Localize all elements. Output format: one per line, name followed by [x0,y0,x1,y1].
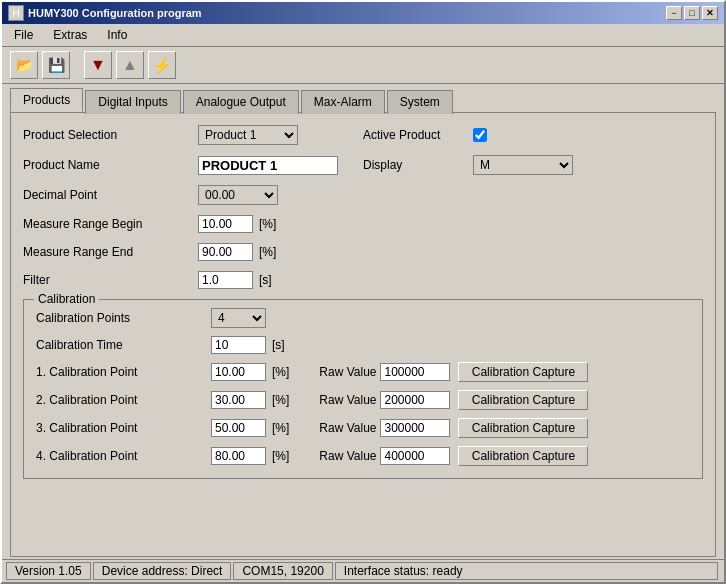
active-product-label: Active Product [363,128,473,142]
calib-point-1-input[interactable] [211,363,266,381]
active-product-checkbox[interactable] [473,128,487,142]
display-right: Display M % V [363,155,703,175]
content-area: Product Selection Product 1 Product 2 Pr… [10,112,716,557]
tab-products[interactable]: Products [10,88,83,112]
calibration-group-title: Calibration [34,292,99,306]
title-bar: H HUMY300 Configuration program − □ ✕ [2,2,724,24]
menu-file[interactable]: File [6,26,41,44]
zigzag-icon: ⚡ [152,56,172,75]
main-window: H HUMY300 Configuration program − □ ✕ Fi… [0,0,726,584]
upload-button[interactable]: ▲ [116,51,144,79]
minimize-button[interactable]: − [666,6,682,20]
decimal-point-row: Decimal Point 00.00 0.000 0000. [23,185,703,205]
calibration-time-unit: [s] [272,338,285,352]
decimal-point-label: Decimal Point [23,188,198,202]
decimal-point-dropdown[interactable]: 00.00 0.000 0000. [198,185,278,205]
calib-point-2-unit: [%] [272,393,289,407]
product-name-row: Product Name Display M % V [23,155,703,175]
window-title: HUMY300 Configuration program [28,7,666,19]
arrow-down-icon: ▼ [90,56,106,74]
download-button[interactable]: ▼ [84,51,112,79]
measure-range-begin-row: Measure Range Begin [%] [23,215,703,233]
calib-point-row-4: 4. Calibration Point [%] Raw Value Calib… [36,446,690,466]
calib-capture-1-button[interactable]: Calibration Capture [458,362,588,382]
calib-point-3-unit: [%] [272,421,289,435]
calib-point-3-label: 3. Calibration Point [36,421,211,435]
filter-row: Filter [s] [23,271,703,289]
calibration-points-row: Calibration Points 1 2 3 4 [36,308,690,328]
display-label: Display [363,158,473,172]
calib-point-4-input[interactable] [211,447,266,465]
raw-value-2-label: Raw Value [319,393,376,407]
product-selection-label: Product Selection [23,128,198,142]
close-button[interactable]: ✕ [702,6,718,20]
raw-value-1-input[interactable] [380,363,450,381]
raw-value-1-label: Raw Value [319,365,376,379]
open-button[interactable]: 📂 [10,51,38,79]
calib-point-1-unit: [%] [272,365,289,379]
connect-button[interactable]: ⚡ [148,51,176,79]
calib-point-2-input[interactable] [211,391,266,409]
calibration-points-label: Calibration Points [36,311,211,325]
status-version: Version 1.05 [6,562,91,580]
menu-info[interactable]: Info [99,26,135,44]
tab-system[interactable]: System [387,90,453,114]
calib-point-4-unit: [%] [272,449,289,463]
display-dropdown[interactable]: M % V [473,155,573,175]
raw-value-4-label: Raw Value [319,449,376,463]
calib-capture-4-button[interactable]: Calibration Capture [458,446,588,466]
product-selection-row: Product Selection Product 1 Product 2 Pr… [23,125,703,145]
filter-unit: [s] [259,273,272,287]
calib-point-2-label: 2. Calibration Point [36,393,211,407]
product-name-input[interactable] [198,156,338,175]
calib-point-row-1: 1. Calibration Point [%] Raw Value Calib… [36,362,690,382]
maximize-button[interactable]: □ [684,6,700,20]
raw-value-3-input[interactable] [380,419,450,437]
product-name-label: Product Name [23,158,198,172]
window-controls: − □ ✕ [666,6,718,20]
calibration-time-input[interactable] [211,336,266,354]
measure-range-end-unit: [%] [259,245,276,259]
raw-value-4-input[interactable] [380,447,450,465]
raw-value-2-input[interactable] [380,391,450,409]
tab-max-alarm[interactable]: Max-Alarm [301,90,385,114]
filter-input[interactable] [198,271,253,289]
measure-range-end-input[interactable] [198,243,253,261]
raw-value-3-label: Raw Value [319,421,376,435]
filter-label: Filter [23,273,198,287]
calibration-time-row: Calibration Time [s] [36,336,690,354]
app-icon: H [8,5,24,21]
save-button[interactable]: 💾 [42,51,70,79]
product-selection-dropdown[interactable]: Product 1 Product 2 Product 3 [198,125,298,145]
calibration-time-label: Calibration Time [36,338,211,352]
tab-digital-inputs[interactable]: Digital Inputs [85,90,180,114]
calib-point-1-label: 1. Calibration Point [36,365,211,379]
measure-range-begin-unit: [%] [259,217,276,231]
product-name-left: Product Name [23,156,363,175]
folder-icon: 📂 [16,57,33,73]
tab-bar: Products Digital Inputs Analogue Output … [2,84,724,112]
calibration-group: Calibration Calibration Points 1 2 3 4 C… [23,299,703,479]
calibration-points-dropdown[interactable]: 1 2 3 4 [211,308,266,328]
measure-range-end-label: Measure Range End [23,245,198,259]
arrow-up-icon: ▲ [122,56,138,74]
calib-point-row-3: 3. Calibration Point [%] Raw Value Calib… [36,418,690,438]
measure-range-begin-input[interactable] [198,215,253,233]
calib-capture-2-button[interactable]: Calibration Capture [458,390,588,410]
tab-analogue-output[interactable]: Analogue Output [183,90,299,114]
measure-range-end-row: Measure Range End [%] [23,243,703,261]
active-product-right: Active Product [363,128,703,142]
menu-bar: File Extras Info [2,24,724,47]
status-bar: Version 1.05 Device address: Direct COM1… [2,559,724,582]
measure-range-begin-label: Measure Range Begin [23,217,198,231]
calib-point-3-input[interactable] [211,419,266,437]
status-device: Device address: Direct [93,562,232,580]
status-interface: Interface status: ready [335,562,718,580]
calib-capture-3-button[interactable]: Calibration Capture [458,418,588,438]
save-icon: 💾 [48,57,65,73]
menu-extras[interactable]: Extras [45,26,95,44]
toolbar: 📂 💾 ▼ ▲ ⚡ [2,47,724,84]
status-com: COM15, 19200 [233,562,332,580]
calib-point-row-2: 2. Calibration Point [%] Raw Value Calib… [36,390,690,410]
product-selection-left: Product Selection Product 1 Product 2 Pr… [23,125,363,145]
